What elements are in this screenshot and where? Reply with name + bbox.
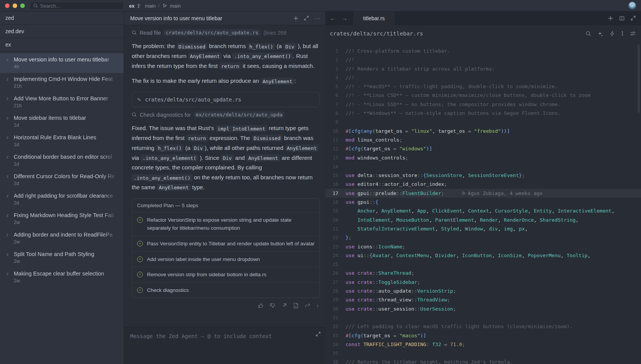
markdown-file-icon[interactable]: MD <box>293 303 299 309</box>
syntax-token: , <box>528 208 534 214</box>
syntax-token: , <box>411 208 417 214</box>
syntax-token: target_os <box>375 128 405 134</box>
new-file-icon[interactable] <box>608 16 613 21</box>
thumbs-down-icon[interactable] <box>270 303 276 309</box>
scroll-to-top-icon[interactable]: ↑ <box>316 303 320 309</box>
syntax-token: ; <box>462 341 465 347</box>
project-name-button[interactable]: ex <box>129 3 134 9</box>
code-line: 8//! - **Windows** — native-style captio… <box>325 109 641 118</box>
syntax-token: target_os <box>363 146 393 151</box>
syntax-token: //! Cross-platform custom titlebar. <box>346 48 450 54</box>
tool-call-read-file[interactable]: Read file crates/delta/src/auto_update.r… <box>132 29 320 36</box>
plan-step: ✓Refactor VersionStrip to expose version… <box>132 212 320 236</box>
syntax-token: CursorStyle <box>495 208 528 214</box>
thread-list-item[interactable]: zImplementing Cmd-H Window Hide Feat21h <box>0 73 124 92</box>
thread-list-item[interactable]: zAdd View More Button to Error Banner21h <box>0 92 124 112</box>
line-number: 2 <box>325 55 338 64</box>
syntax-token: ; <box>453 288 456 294</box>
code-line: 5//! - **macOS** — traffic-light padding… <box>325 82 641 91</box>
tool-call-check-diagnostics[interactable]: Check diagnostics for ex/crates/delta/sr… <box>132 111 320 118</box>
zoom-traffic-light[interactable] <box>20 3 25 8</box>
line-number: 35 <box>325 349 338 358</box>
thread-list-item[interactable]: zDifferent Cursor Colors for Read-Only R… <box>0 170 124 190</box>
thread-list-item[interactable]: zMove sidebar items to titlebar1d <box>0 112 124 131</box>
user-avatar[interactable] <box>628 2 636 10</box>
syntax-token: f32 <box>432 341 441 347</box>
nav-back-icon[interactable]: ← <box>330 15 336 21</box>
syntax-token: IntoElement <box>357 217 390 223</box>
code-line: 13mod windows_controls; <box>325 153 641 162</box>
nav-forward-icon[interactable]: → <box>342 15 347 21</box>
syntax-token: session_store <box>378 172 417 178</box>
syntax-token: :: <box>372 279 378 285</box>
edit-prediction-lightning-icon[interactable] <box>610 31 615 36</box>
syntax-token: ; <box>441 190 444 196</box>
syntax-token: TRAFFIC_LIGHT_PADDING <box>363 341 426 347</box>
thread-timestamp: 21h <box>14 103 119 108</box>
line-number: 28 <box>325 287 338 295</box>
sidebar-section-ex[interactable]: ex <box>0 38 124 52</box>
breadcrumb[interactable]: crates/delta/src/titlebar.rs <box>330 31 423 37</box>
share-arrow-icon[interactable] <box>305 303 311 309</box>
minimize-traffic-light[interactable] <box>13 3 17 8</box>
syntax-token: SessionStoreEvent <box>468 172 519 178</box>
agent-conversation[interactable]: Read file crates/delta/src/auto_update.r… <box>124 25 325 327</box>
global-search-input[interactable]: Search... <box>30 2 124 10</box>
close-traffic-light[interactable] <box>5 3 10 8</box>
syntax-token: = <box>468 128 474 134</box>
thread-list-item[interactable]: zMove version info to user menu titlebar… <box>0 53 124 73</box>
inline-code: AnyElement <box>188 53 222 60</box>
plan-header[interactable]: Completed Plan — 5 steps <box>132 199 320 212</box>
thread-title: Split Tool Name and Path Styling <box>14 251 119 257</box>
editor-scrollbar-thumb[interactable] <box>638 44 640 113</box>
line-number: 7 <box>325 100 338 109</box>
sidebar-section-zed-dev[interactable]: zed.dev <box>0 25 124 38</box>
syntax-token: use <box>346 190 357 196</box>
agent-message-composer[interactable]: Message the Zed Agent — @ to include con… <box>124 327 325 364</box>
text-run: branch returns <box>207 43 247 49</box>
thread-title: Adding border and indent to ReadFilePa <box>14 232 119 238</box>
editor-settings-sliders-icon[interactable] <box>630 31 636 36</box>
line-number: 33 <box>325 331 338 340</box>
code-line: 35 <box>325 349 641 358</box>
line-number: 14 <box>325 162 338 171</box>
agent-thread-title: Move version info to user menu titlebar <box>130 15 293 21</box>
thumbs-up-icon[interactable] <box>258 303 264 309</box>
thread-list-item[interactable]: zAdding border and indent to ReadFilePa2… <box>0 229 124 248</box>
split-pane-icon[interactable] <box>619 16 625 21</box>
thread-timestamp: 2d <box>14 181 119 186</box>
thread-list-item[interactable]: zHorizontal Rule Extra Blank Lines1d <box>0 131 124 151</box>
open-in-editor-icon[interactable] <box>281 303 287 308</box>
buffer-search-icon[interactable] <box>586 31 591 36</box>
expand-composer-icon[interactable] <box>316 332 321 337</box>
code-buffer[interactable]: 1//! Cross-platform custom titlebar.2//!… <box>325 42 641 364</box>
edited-file-card[interactable]: ✎ crates/delta/src/auto_update.rs <box>132 92 320 107</box>
code-line: 6//! - **Linux CSD** — custom minimize/m… <box>325 91 641 100</box>
text-cursor-icon[interactable]: I <box>621 31 623 36</box>
upstream-branch-button[interactable]: main <box>170 3 181 9</box>
thread-list-item[interactable]: zMaking Escape clear buffer selection2w <box>0 267 124 287</box>
sidebar-section-zed[interactable]: zed <box>0 11 124 25</box>
thread-title: Different Cursor Colors for Read-Only Re <box>14 173 119 179</box>
text-run: ). Since <box>198 155 221 161</box>
thread-title: Fixing Markdown Heading Style Test Fail <box>14 212 119 218</box>
plan-step-label: Pass VersionStrip entity to Titlebar and… <box>147 240 315 248</box>
code-line: 28use crate::auto_update::VersionStrip; <box>325 287 641 295</box>
thread-list-item[interactable]: zSplit Tool Name and Path Styling2w <box>0 248 124 267</box>
more-options-icon[interactable]: ··· <box>314 15 321 21</box>
thread-list-item[interactable]: zConditional border based on editor scro… <box>0 151 124 170</box>
expand-panel-icon[interactable] <box>304 16 309 21</box>
line-number: 29 <box>325 295 338 304</box>
new-thread-icon[interactable] <box>293 16 299 21</box>
zed-thread-icon: z <box>5 116 10 128</box>
thread-title: Horizontal Rule Extra Blank Lines <box>14 134 119 140</box>
thread-list-item[interactable]: zFixing Markdown Heading Style Test Fail… <box>0 209 124 229</box>
code-line: 30use crate::user_session::UserSession; <box>325 304 641 313</box>
maximize-pane-icon[interactable] <box>631 16 636 21</box>
branch-button[interactable]: main <box>145 3 155 9</box>
inline-assist-sparkles-icon[interactable] <box>597 31 603 37</box>
syntax-token: Entity <box>534 208 552 214</box>
thread-list-item[interactable]: zAdd right padding for scrollbar clearan… <box>0 190 124 209</box>
code-line: 15use delta::session_store::{SessionStor… <box>325 171 641 180</box>
tab-titlebar-rs[interactable]: titlebar.rs <box>353 11 395 25</box>
